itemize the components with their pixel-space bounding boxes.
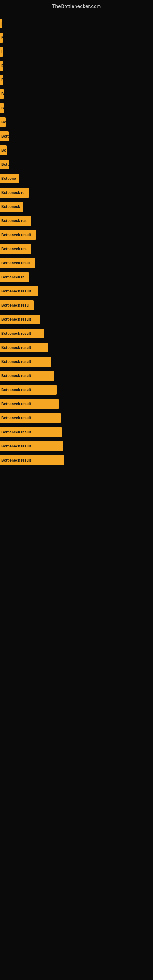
bar-row: Bottleneck result (0, 384, 153, 396)
bar-item: Bo (0, 145, 7, 155)
bar-label: Bottleneck resu (1, 303, 29, 307)
bar-row: Bottleneck result (0, 328, 153, 339)
bar-label: Bottleneck result (1, 402, 31, 406)
bar-label: Bottleneck result (1, 289, 31, 293)
bar-label: B (1, 92, 4, 96)
bar-item: Bottleneck result (0, 441, 63, 451)
bar-item: Bottleneck resul (0, 258, 35, 268)
bar-label: Bottleneck (1, 205, 20, 209)
bar-label: Bottleneck re (1, 191, 24, 195)
bar-row: Bottleneck result (0, 370, 153, 382)
bar-row: I (0, 46, 153, 57)
bar-row: Bottleneck resul (0, 257, 153, 269)
bar-row: Bottleneck result (0, 426, 153, 438)
bar-row: Bottleneck (0, 201, 153, 213)
bar-item: Bottleneck result (0, 399, 59, 409)
bar-item: | (0, 19, 2, 29)
bar-row: Bottleneck result (0, 285, 153, 297)
bar-item: B (0, 75, 3, 85)
bar-row: Bottleneck re (0, 271, 153, 283)
bar-item: Bott (0, 159, 9, 169)
bar-label: Bottleneck result (1, 317, 31, 321)
bar-label: Bottleneck result (1, 331, 31, 336)
bar-item: Bottlene (0, 173, 19, 183)
bar-row: Bottleneck result (0, 229, 153, 241)
bar-label: Bottleneck res (1, 219, 27, 223)
bar-item: Bottleneck result (0, 286, 38, 296)
site-title: TheBottlenecker.com (0, 0, 153, 12)
bar-label: Bottleneck result (1, 430, 31, 434)
bar-row: Bottlene (0, 173, 153, 185)
bar-label: B (1, 78, 3, 82)
bar-label: Bottleneck result (1, 444, 31, 449)
bar-label: Bottleneck re (1, 275, 24, 279)
bar-item: Bottleneck re (0, 272, 29, 282)
bar-row: Bottleneck result (0, 441, 153, 452)
bar-label: Bottleneck result (1, 345, 31, 350)
bar-row: B (0, 102, 153, 114)
bar-item: B (0, 89, 4, 99)
bar-item: Bottleneck (0, 202, 23, 212)
bar-item: B (0, 103, 4, 113)
bar-label: Bottleneck result (1, 458, 31, 463)
bar-label: Bo (1, 120, 5, 124)
bar-row: | (0, 18, 153, 29)
bar-item: B (0, 61, 3, 71)
bar-item: Bottleneck res (0, 216, 31, 226)
bar-row: Bottleneck result (0, 398, 153, 410)
bar-label: Bottleneck result (1, 388, 31, 392)
bar-row: Bottleneck re (0, 187, 153, 199)
bar-label: I (1, 49, 2, 54)
bar-item: Bottleneck res (0, 244, 31, 254)
bar-label: Bo (1, 148, 6, 153)
bar-row: Bottleneck result (0, 455, 153, 466)
bar-row: Bottleneck result (0, 356, 153, 368)
bar-row: Bottleneck res (0, 215, 153, 227)
bars-container: |FIBBBBBoBottBoBottBottleneBottleneck re… (0, 12, 153, 469)
bar-label: B (1, 106, 4, 110)
bar-label: Bottlene (1, 177, 16, 181)
bar-item: Bottleneck result (0, 315, 40, 324)
bar-row: Bo (0, 145, 153, 156)
bar-item: Bottleneck result (0, 371, 54, 381)
bar-item: Bottleneck result (0, 455, 64, 465)
bar-item: Bottleneck re (0, 188, 29, 197)
bar-row: Bottleneck resu (0, 299, 153, 311)
bar-label: Bottleneck result (1, 374, 31, 378)
bar-label: Bottleneck result (1, 416, 31, 420)
bar-label: B (1, 64, 3, 68)
bar-row: Bo (0, 116, 153, 128)
bar-item: Bottleneck result (0, 230, 36, 240)
bar-label: Bottleneck res (1, 247, 27, 251)
bar-item: F (0, 33, 3, 43)
bar-item: I (0, 47, 3, 57)
bar-label: F (1, 35, 3, 40)
bar-label: Bottleneck result (1, 233, 31, 237)
bar-item: Bottleneck result (0, 357, 51, 367)
bar-label: Bott (1, 134, 9, 138)
bar-item: Bottleneck resu (0, 301, 33, 310)
bar-item: Bottleneck result (0, 413, 61, 423)
bar-row: B (0, 60, 153, 72)
bar-row: Bott (0, 159, 153, 170)
bar-row: B (0, 88, 153, 100)
bar-item: Bottleneck result (0, 343, 48, 353)
bar-label: Bott (1, 162, 9, 167)
bar-label: Bottleneck resul (1, 261, 30, 265)
bar-item: Bottleneck result (0, 427, 62, 437)
bar-item: Bott (0, 131, 9, 141)
bar-row: Bottleneck result (0, 313, 153, 325)
bar-row: B (0, 74, 153, 86)
bar-item: Bottleneck result (0, 385, 57, 395)
bar-row: Bottleneck result (0, 342, 153, 353)
bar-row: Bott (0, 130, 153, 142)
bar-label: Bottleneck result (1, 360, 31, 364)
bar-row: Bottleneck res (0, 243, 153, 255)
bar-label: | (1, 21, 2, 26)
bar-item: Bottleneck result (0, 329, 45, 339)
bar-item: Bo (0, 117, 5, 127)
bar-row: Bottleneck result (0, 412, 153, 424)
bar-row: F (0, 32, 153, 43)
